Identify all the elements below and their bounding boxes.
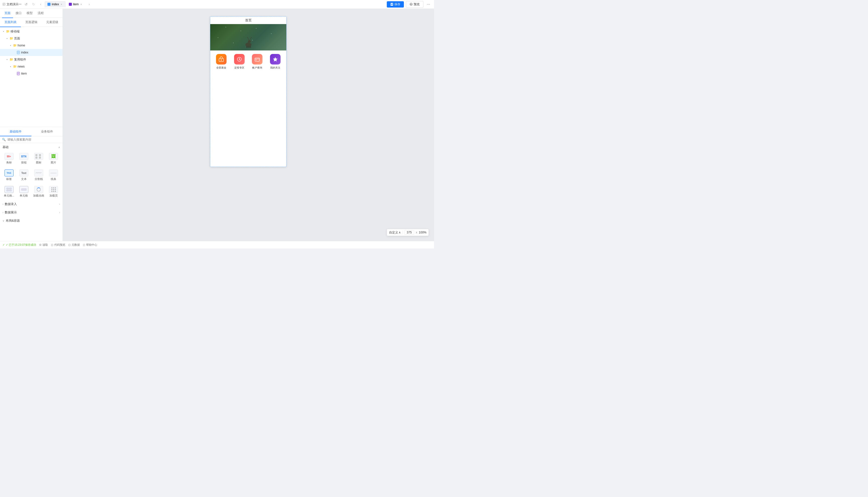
more-button[interactable]: ··· [425,1,432,7]
comp-tab-basic[interactable]: 基础组件 [0,127,31,136]
comp-single-grid[interactable]: 单元格... [2,184,16,199]
tree-node-reusable[interactable]: ▾ 📁 复用组件 [0,56,62,63]
button-icon: BTN [19,153,28,160]
component-tabs: 基础组件 业务组件 [0,127,62,136]
tree-node-index[interactable]: ▸ index ··· [0,49,62,56]
phone-title-bar: 首页 [210,17,286,24]
save-button[interactable]: 保存 [387,1,404,8]
tree-node-item[interactable]: ▸ item [0,70,62,77]
tab-item-close[interactable]: × [80,3,82,6]
comp-line[interactable]: 线条 [47,168,60,183]
home-label: home [17,44,60,47]
section-data-display-label: 数据展示 [5,210,17,215]
tab-index[interactable]: index × [45,1,66,7]
phone-icon-account[interactable]: 账户查询 [248,54,266,70]
comp-text[interactable]: Text 文本 [17,168,31,183]
page-tab-layers[interactable]: 元素层级 [42,18,62,27]
subnav-model[interactable]: 模型 [24,9,35,18]
tree-node-home[interactable]: ▾ 📁 home [0,42,62,49]
snow-7 [233,43,234,43]
save-status: ✓ ✓ 已于15:23:07保存成功 [2,243,36,247]
preview-button[interactable]: 预览 [406,1,423,8]
phone-icon-my-follow[interactable]: 我的关注 [266,54,284,70]
page-type-tabs: 页面列表 页面逻辑 元素层级 [0,18,62,27]
load-more-icon [49,186,58,193]
status-bar: ✓ ✓ 已于15:23:07保存成功 ⊙ 读取 ◻ 代码预览 ◻ 元数据 ◻ 帮… [0,241,434,248]
save-status-text: ✓ 已于15:23:07保存成功 [6,243,36,247]
code-preview-button[interactable]: ◻ 代码预览 [51,243,65,247]
comp-load-anim[interactable]: 加载动画 [32,184,46,199]
comp-line-label: 线条 [51,177,56,181]
section-basic-toggle[interactable]: ∧ [58,146,60,148]
tab-item[interactable]: item × [66,1,85,7]
svg-rect-5 [391,3,393,4]
comp-single-grid-label: 单元格... [4,194,14,198]
page-tab-list[interactable]: 页面列表 [0,18,21,27]
zoom-value-input[interactable] [404,230,414,235]
search-input[interactable] [7,138,60,141]
meta-data-button[interactable]: ◻ 元数据 [68,243,80,247]
nav-right-button[interactable]: › [87,2,92,7]
svg-rect-26 [249,46,250,48]
read-button[interactable]: ⊙ 读取 [39,243,48,247]
file-tree: ▾ 📁 移动端 ▾ 📁 页面 ▾ 📁 home ▸ [0,27,62,127]
my-follow-icon [270,54,281,65]
tree-node-pages[interactable]: ▾ 📁 页面 [0,35,62,42]
snow-2 [256,28,256,29]
comp-icon[interactable]: 图标 [32,151,46,166]
page-tab-logic[interactable]: 页面逻辑 [21,18,42,27]
section-data-entry[interactable]: › 数据录入 › [0,200,62,208]
tab-index-close[interactable]: × [60,3,63,6]
redo-button[interactable]: ↻ [31,1,37,7]
folder-icon-pages: 📁 [10,37,13,40]
doc-title-text: 文档演示一 [6,2,22,6]
comp-tab-business[interactable]: 业务组件 [31,127,63,136]
svg-rect-18 [9,188,12,189]
section-data-display[interactable]: › 数据展示 › [0,208,62,217]
page-tab-list-label: 页面列表 [4,20,17,24]
index-label: index [21,51,56,54]
zoom-mode-select[interactable]: 自定义 ∧ [389,230,401,235]
help-icon: ◻ [83,243,85,246]
svg-rect-41 [256,60,257,60]
phone-icon-fixed-invest[interactable]: 定投专区 [230,54,248,70]
svg-marker-42 [273,57,278,61]
doc-icon [2,3,5,6]
comp-image-label: 图片 [51,161,56,165]
comp-badge[interactable]: 99+ 角标 [2,151,16,166]
right-arrow-data-display: › [59,211,60,214]
undo-button[interactable]: ↺ [23,1,29,7]
badge-icon: 99+ [4,153,14,160]
section-header-basic: 基础 ∧ [0,143,62,150]
image-icon: 🖼 [49,153,58,160]
section-layout[interactable]: ∨ 布局&容器 [0,217,62,225]
code-preview-label: 代码预览 [54,243,65,247]
comp-single-row[interactable]: 单元格 [17,184,31,199]
subnav-page-label: 页面 [4,11,11,15]
tree-node-mobile[interactable]: ▾ 📁 移动端 [0,28,62,35]
comp-tag[interactable]: TAG 标签 [2,168,16,183]
tree-node-news[interactable]: ▾ 📁 news [0,63,62,70]
nav-left-button[interactable]: ‹ [38,2,43,7]
comp-button[interactable]: BTN 按钮 [17,151,31,166]
fixed-invest-label: 定投专区 [234,66,244,70]
comp-single-row-label: 单元格 [19,194,28,198]
comp-image[interactable]: 🖼 图片 [47,151,60,166]
read-label: 读取 [42,243,48,247]
subnav-page[interactable]: 页面 [2,9,13,18]
comp-tab-business-label: 业务组件 [41,129,53,134]
arrow-data-display: › [2,211,3,214]
tab-bar: index × item × [45,1,85,7]
folder-icon-reusable: 📁 [10,58,13,61]
phone-icon-all-funds[interactable]: 全部基金 [212,54,230,70]
svg-rect-6 [391,4,393,5]
read-icon: ⊙ [39,243,41,246]
comp-text-label: 文本 [21,177,27,181]
subnav-flow[interactable]: 流程 [35,9,46,18]
help-center-button[interactable]: ◻ 帮助中心 [83,243,97,247]
comp-load-more[interactable]: 加载页 [47,184,60,199]
arrow-news: ▾ [9,65,12,68]
comp-divider[interactable]: 分割线 [32,168,46,183]
news-label: news [17,65,60,68]
subnav-interface[interactable]: 接口 [13,9,24,18]
